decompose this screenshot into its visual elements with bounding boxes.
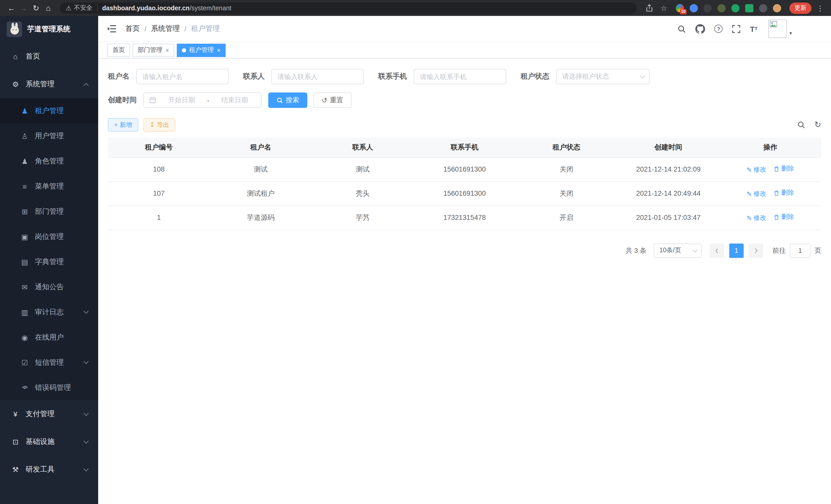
security-warning-icon[interactable]: ⚠ [66,4,71,11]
sidebar-item-infrastructure[interactable]: ⊡ 基础设施 [0,428,98,456]
tab-department[interactable]: 部门管理 × [133,43,174,57]
delete-link[interactable]: 删除 [773,189,794,198]
font-size-icon[interactable]: TT [750,24,757,33]
security-label[interactable]: 不安全 [74,4,98,12]
breadcrumb-system[interactable]: 系统管理 [151,24,180,33]
cell-tenant-name: 芋道源码 [210,206,312,230]
tenant-name-label: 租户名 [108,72,130,81]
sidebar-item-error-code[interactable]: </> 错误码管理 [0,375,98,400]
status-select[interactable]: 请选择租户状态 [556,69,650,84]
sidebar-item-user[interactable]: ♙ 用户管理 [0,123,98,148]
fullscreen-icon[interactable] [732,24,741,33]
extensions-puzzle-icon[interactable] [759,4,767,12]
url-text[interactable]: dashboard.yudao.iocoder.cn/system/tenant [102,4,231,11]
reload-icon[interactable]: ↻ [30,3,42,12]
chevron-down-icon [84,308,89,314]
sidebar-item-home[interactable]: ⌂ 首页 [0,42,98,70]
logo[interactable]: 芋道管理系统 [0,16,98,42]
cell-contact: 秃头 [312,181,414,206]
cell-phone: 17321315478 [414,206,516,230]
tenant-table: 租户编号 租户名 联系人 联系手机 租户状态 创建时间 操作 108 测试 [108,138,821,230]
close-icon[interactable]: × [217,47,221,53]
reset-button[interactable]: ↺ 重置 [314,92,351,108]
update-label: 更新 [795,4,806,12]
sidebar-item-sms[interactable]: ☑ 短信管理 [0,350,98,375]
active-dot-icon [182,48,186,52]
sidebar-item-audit-log[interactable]: ▥ 审计日志 [0,299,98,325]
extension-green-square-icon[interactable] [745,4,753,12]
screen: ← → ↻ ⌂ ⚠ 不安全 dashboard.yudao.iocoder.cn… [0,0,831,504]
extensions-row: 10 [676,4,781,12]
column-header-created: 创建时间 [618,138,719,157]
profile-avatar-icon[interactable] [773,4,781,12]
sidebar-item-role[interactable]: ♟ 角色管理 [0,148,98,174]
edit-link[interactable]: ✎修改 [746,189,766,198]
browser-update-button[interactable]: 更新 [790,2,811,13]
extension-multicolor-badge-icon[interactable]: 10 [676,4,684,12]
page-size-select[interactable]: 10条/页 [654,243,701,258]
extension-green-circle-icon[interactable] [731,4,740,12]
goto-page-input[interactable] [790,243,810,258]
cell-created: 2021-12-14 20:49:44 [618,181,719,206]
delete-link[interactable]: 删除 [773,213,794,222]
extension-dark-icon[interactable] [704,4,712,12]
breadcrumb-separator: / [144,25,146,33]
search-button[interactable]: 搜索 [268,92,307,108]
gear-icon: ⚙ [11,81,20,88]
browser-menu-icon[interactable]: ⋮ [816,4,824,12]
add-button[interactable]: + 新增 [108,118,138,131]
edit-link[interactable]: ✎修改 [746,214,766,223]
contact-input[interactable] [271,69,364,84]
close-icon[interactable]: × [166,47,169,53]
export-button[interactable]: ↧ 导出 [143,118,175,131]
column-header-phone: 联系手机 [414,138,516,157]
sidebar-item-devtools[interactable]: ⚒ 研发工具 [0,456,98,483]
notice-message-icon: ✉ [21,283,29,291]
back-icon[interactable]: ← [5,4,18,12]
sidebar-item-menu[interactable]: ≡ 菜单管理 [0,174,98,199]
phone-input[interactable] [414,69,506,84]
address-bar[interactable]: ⚠ 不安全 dashboard.yudao.iocoder.cn/system/… [60,2,637,13]
sidebar-item-dictionary[interactable]: ▤ 字典管理 [0,249,98,274]
sidebar-item-online-user[interactable]: ◉ 在线用户 [0,325,98,350]
tab-home[interactable]: 首页 [107,43,130,57]
tags-view: 首页 部门管理 × 租户管理 × [98,41,831,59]
dictionary-book-icon: ▤ [21,258,29,265]
sidebar-item-department[interactable]: ⊞ 部门管理 [0,199,98,224]
date-range-picker[interactable]: 开始日期 - 结束日期 [143,92,262,108]
app-header: 首页 / 系统管理 / 租户管理 ? [98,16,831,41]
user-icon: ♙ [21,132,29,140]
share-icon[interactable] [646,4,654,12]
tab-tenant[interactable]: 租户管理 × [177,43,226,57]
tenant-name-input[interactable] [136,69,229,84]
edit-link[interactable]: ✎修改 [746,166,766,174]
extension-olive-icon[interactable] [717,4,726,12]
chevron-down-icon: ▾ [790,30,792,36]
tenant-users-icon: ♟ [21,107,29,114]
bookmark-star-icon[interactable]: ☆ [661,4,667,12]
sidebar-item-notice[interactable]: ✉ 通知公告 [0,274,98,299]
github-icon[interactable] [695,24,705,34]
delete-link[interactable]: 删除 [773,165,794,173]
search-icon[interactable] [678,24,686,33]
prev-page-button[interactable] [710,243,724,258]
next-page-button[interactable] [749,243,763,258]
sidebar-item-post[interactable]: ▣ 岗位管理 [0,224,98,249]
breadcrumb-home[interactable]: 首页 [125,24,140,33]
column-header-actions: 操作 [719,138,821,157]
table-row: 108 测试 测试 15601691300 关闭 2021-12-14 21:0… [108,157,821,181]
sidebar-collapse-icon[interactable] [106,23,117,35]
toggle-search-icon[interactable] [797,121,805,129]
sidebar-item-tenant[interactable]: ♟ 租户管理 [0,98,98,123]
help-icon[interactable]: ? [715,25,723,33]
page-1-button[interactable]: 1 [729,243,744,258]
sidebar-item-payment[interactable]: ¥ 支付管理 [0,400,98,428]
payment-yen-icon: ¥ [11,411,20,418]
sidebar-item-system[interactable]: ⚙ 系统管理 [0,70,98,98]
trash-icon [773,190,780,196]
user-avatar[interactable]: ▾ [768,20,792,38]
edit-pencil-icon: ✎ [746,214,752,222]
extension-blue-icon[interactable] [690,4,698,12]
browser-home-icon[interactable]: ⌂ [42,4,55,12]
refresh-table-icon[interactable]: ↻ [814,121,821,129]
